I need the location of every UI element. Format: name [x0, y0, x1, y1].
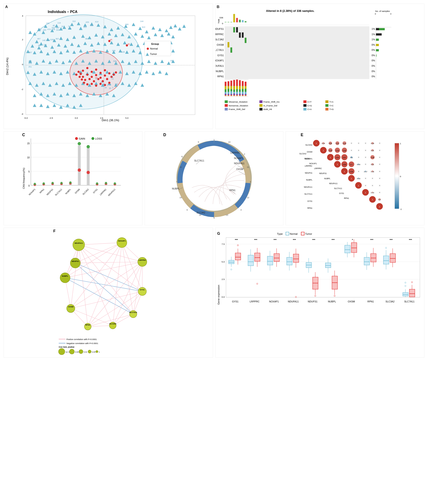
svg-point-446 [69, 182, 71, 184]
svg-text:SLC7A11: SLC7A11 [194, 159, 204, 162]
svg-marker-37 [145, 30, 148, 33]
svg-text:LRPPRC: LRPPRC [139, 259, 146, 261]
g-tumor-label: Tumor [305, 232, 312, 235]
svg-point-732 [256, 283, 258, 284]
svg-rect-406 [303, 100, 306, 103]
svg-point-443 [60, 182, 63, 184]
svg-text:48: 48 [100, 81, 103, 83]
svg-rect-301 [225, 53, 369, 58]
svg-marker-174 [141, 83, 144, 87]
svg-text:69: 69 [170, 60, 173, 62]
svg-rect-362 [233, 80, 235, 86]
g-yaxis: Gene expression [217, 285, 220, 305]
svg-text:NCKAP1: NCKAP1 [234, 157, 243, 159]
svg-text:LRPPRC: LRPPRC [215, 33, 224, 36]
svg-point-207 [108, 72, 110, 74]
svg-text:NDUFS1: NDUFS1 [305, 172, 313, 174]
svg-text:610: 610 [142, 26, 145, 28]
svg-rect-789 [390, 254, 395, 262]
svg-text:114: 114 [58, 22, 61, 24]
svg-rect-378 [239, 94, 241, 95]
svg-point-428 [75, 137, 78, 140]
panel-g-label: G [217, 231, 220, 236]
svg-text:RPN1: RPN1 [367, 300, 374, 303]
svg-text:310: 310 [72, 20, 76, 22]
svg-text:0.31: 0.31 [336, 142, 339, 144]
svg-rect-363 [233, 86, 235, 90]
svg-point-448 [78, 168, 81, 172]
svg-text:136: 136 [52, 28, 55, 31]
svg-point-203 [91, 76, 93, 78]
svg-point-196 [82, 70, 84, 72]
svg-rect-784 [383, 256, 389, 264]
svg-text:NCKAP1: NCKAP1 [28, 188, 36, 196]
svg-rect-737 [274, 254, 280, 261]
svg-point-434 [33, 183, 36, 185]
svg-text:NCKAP1: NCKAP1 [215, 59, 224, 62]
svg-text:15: 15 [27, 142, 30, 145]
svg-rect-307 [236, 27, 238, 33]
svg-text:✕: ✕ [379, 149, 380, 152]
svg-rect-336 [376, 28, 379, 30]
svg-rect-388 [245, 89, 246, 92]
network-legend: Postive correlation with P<0.0001 Negati… [58, 338, 100, 355]
svg-rect-365 [233, 92, 235, 94]
svg-text:1%: 1% [371, 33, 375, 36]
svg-text:10: 10 [228, 141, 230, 143]
svg-rect-741 [287, 257, 292, 265]
significance-stars: *** *** *** *** *** *** * *** *** *** [235, 238, 412, 241]
svg-text:SLC3A2: SLC3A2 [82, 188, 89, 196]
svg-text:0.19: 0.19 [371, 142, 374, 144]
svg-rect-288 [227, 22, 229, 22]
svg-rect-780 [370, 254, 376, 262]
svg-text:317: 317 [61, 25, 65, 28]
svg-point-682 [58, 348, 65, 355]
svg-text:2.5: 2.5 [222, 278, 225, 281]
svg-text:0: 0 [28, 185, 30, 187]
svg-rect-300 [225, 48, 369, 53]
svg-point-225 [91, 83, 93, 85]
svg-rect-337 [376, 33, 382, 36]
svg-text:NUBPL: NUBPL [324, 177, 330, 180]
cnv-gene-labels: NCKAP1 RPN1 NDUFS1 SLC7A11 NUBPL OXSM SL… [28, 188, 116, 197]
svg-marker-131 [154, 61, 157, 65]
svg-text:***: *** [235, 238, 238, 241]
svg-text:NUBPL: NUBPL [306, 179, 313, 181]
svg-text:C>T: C>T [307, 100, 312, 103]
svg-point-661 [138, 257, 147, 267]
svg-text:0.49: 0.49 [343, 150, 346, 152]
svg-marker-62 [147, 36, 151, 39]
svg-text:0.67: 0.67 [343, 157, 346, 159]
svg-text:RPN1: RPN1 [307, 207, 313, 209]
svg-marker-66 [171, 35, 175, 39]
svg-point-226 [95, 84, 97, 87]
svg-text:15: 15 [179, 196, 182, 199]
svg-marker-191 [53, 104, 56, 107]
svg-text:0.18: 0.18 [371, 171, 374, 173]
svg-marker-40 [165, 29, 168, 32]
svg-rect-304 [225, 68, 369, 74]
svg-text:✕: ✕ [365, 177, 366, 180]
svg-text:13: 13 [226, 214, 228, 216]
svg-text:4: 4 [240, 208, 241, 211]
svg-text:0.29: 0.29 [343, 142, 346, 144]
svg-text:0.01: 0.01 [84, 351, 87, 353]
svg-rect-382 [242, 89, 243, 92]
svg-text:***: *** [370, 238, 373, 241]
svg-rect-361 [230, 95, 232, 96]
svg-line-643 [113, 291, 142, 325]
svg-text:NUBPL: NUBPL [65, 188, 71, 195]
svg-text:Multi_Hit: Multi_Hit [263, 108, 272, 110]
svg-point-224 [86, 83, 89, 86]
svg-point-216 [113, 74, 115, 76]
svg-rect-291 [236, 18, 238, 22]
g-gene-labels: GYS1 LRPPRC NCKAP1 NDUFA11 NDUFS1 NUBPL … [232, 300, 414, 303]
svg-rect-341 [376, 54, 377, 57]
svg-text:1: 1 [344, 170, 345, 173]
svg-text:1%: 1% [371, 28, 375, 30]
svg-text:2.5: 2.5 [100, 117, 103, 119]
svg-text:SLC7A11: SLC7A11 [129, 311, 137, 313]
svg-text:T>C: T>C [329, 104, 333, 107]
svg-rect-394 [225, 100, 228, 103]
svg-text:✕: ✕ [358, 142, 360, 144]
